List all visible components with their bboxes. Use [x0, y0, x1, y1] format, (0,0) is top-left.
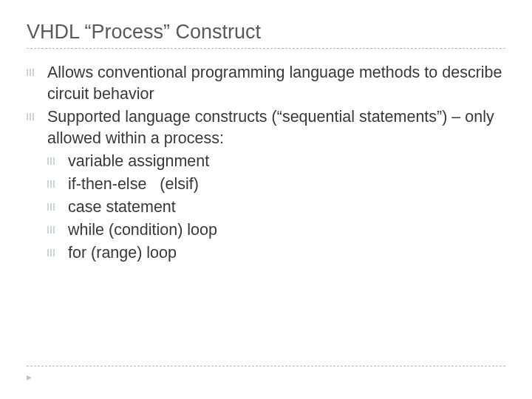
list-item: variable assignment — [47, 151, 505, 172]
footer-marker-icon: ▸ — [27, 371, 32, 383]
list-item: while (condition) loop — [47, 219, 505, 241]
slide-content: Allows conventional programming language… — [27, 62, 505, 264]
sub-bullet-list: variable assignment if-then-else (elsif)… — [47, 151, 505, 264]
list-item: Allows conventional programming language… — [27, 62, 505, 105]
bullet-text: Supported language constructs (“sequenti… — [47, 108, 494, 147]
bullet-list: Allows conventional programming language… — [27, 62, 505, 264]
list-item: case statement — [47, 197, 505, 218]
divider-top — [27, 48, 505, 49]
bullet-text: for (range) loop — [68, 244, 177, 262]
list-item: for (range) loop — [47, 242, 505, 264]
divider-bottom — [27, 366, 505, 366]
bullet-text: while (condition) loop — [68, 221, 217, 239]
list-item: Supported language constructs (“sequenti… — [27, 106, 505, 264]
bullet-text: variable assignment — [68, 152, 209, 170]
bullet-text: Allows conventional programming language… — [47, 64, 502, 103]
slide-title: VHDL “Process” Construct — [27, 21, 505, 44]
bullet-text: if-then-else (elsif) — [68, 175, 199, 193]
slide: VHDL “Process” Construct Allows conventi… — [0, 0, 532, 280]
bullet-text: case statement — [68, 198, 176, 216]
divider-bottom-wrap — [27, 366, 505, 366]
list-item: if-then-else (elsif) — [47, 174, 505, 195]
